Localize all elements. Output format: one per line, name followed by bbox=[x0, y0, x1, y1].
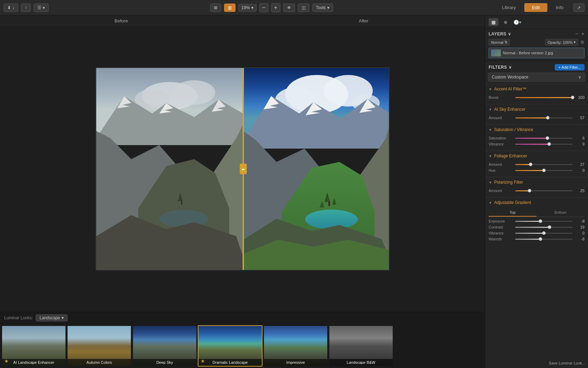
filter-group-header[interactable]: ▼Adjustable Gradient bbox=[485, 198, 588, 207]
look-item[interactable]: AI Landscape Enhancer★ bbox=[1, 325, 66, 367]
opacity-select[interactable]: Opacity: 100% ▾ bbox=[545, 39, 578, 46]
slider-track[interactable] bbox=[515, 239, 573, 240]
tools-button[interactable]: Tools ▾ bbox=[312, 4, 333, 12]
filter-group: ▼Foliage EnhancerAmount27Hue0 bbox=[485, 151, 588, 177]
tab-info[interactable]: Info bbox=[548, 3, 571, 12]
slider-thumb[interactable] bbox=[548, 225, 551, 229]
look-item[interactable]: Deep Sky bbox=[132, 325, 197, 367]
slider-row: Amount25 bbox=[489, 189, 584, 193]
split-divider[interactable]: ◂▸ bbox=[243, 68, 244, 270]
slider-fill bbox=[515, 239, 540, 240]
slider-thumb[interactable] bbox=[528, 189, 531, 192]
slider-track[interactable] bbox=[515, 144, 573, 145]
tools-label: Tools bbox=[316, 5, 326, 10]
slider-thumb[interactable] bbox=[571, 96, 574, 99]
slider-row: Warmth-8 bbox=[489, 237, 584, 241]
slider-label: Vibrance bbox=[489, 231, 513, 235]
tab-library[interactable]: Library bbox=[494, 3, 524, 12]
slider-row: Exposure-8 bbox=[489, 219, 584, 223]
share-button[interactable]: ↗ bbox=[573, 4, 584, 12]
slider-thumb[interactable] bbox=[547, 142, 551, 146]
slider-track[interactable] bbox=[515, 164, 573, 165]
filter-group-name: Saturation / Vibrance bbox=[494, 127, 533, 132]
layers-title-text: LAYERS bbox=[489, 32, 506, 36]
gradient-tab[interactable]: Bottom bbox=[537, 209, 584, 217]
workspace-selector[interactable]: Custom Workspace ∨ bbox=[488, 73, 585, 82]
slider-fill bbox=[515, 233, 544, 234]
layers-actions: − + bbox=[575, 31, 584, 37]
split-view-button[interactable]: ▥ bbox=[224, 4, 236, 12]
slider-track[interactable] bbox=[515, 190, 573, 191]
slider-track[interactable] bbox=[515, 227, 573, 228]
filter-group-header[interactable]: ▼Saturation / Vibrance bbox=[485, 125, 588, 135]
filters-title[interactable]: FILTERS ∨ bbox=[489, 65, 512, 70]
look-item[interactable]: Impressive bbox=[263, 325, 328, 367]
looks-header: Luminar Looks: Landscape ▾ Save Luminar … bbox=[0, 312, 485, 323]
slider-thumb[interactable] bbox=[546, 116, 550, 120]
tab-edit[interactable]: Edit bbox=[524, 3, 547, 12]
zoom-control[interactable]: 19% ▾ bbox=[238, 4, 257, 12]
history-icon-button[interactable]: 🕐 ▾ bbox=[512, 18, 522, 26]
filter-toggle-icon: ▼ bbox=[489, 180, 492, 184]
layer-gear-button[interactable]: ⚙ bbox=[580, 40, 584, 45]
filter-group-header[interactable]: ▼Accent AI Filter™ bbox=[485, 84, 588, 94]
compare-button[interactable]: ◫ bbox=[298, 4, 309, 12]
toolbar-center: ⊞ ▥ 19% ▾ − + 👁 ◫ Tools ▾ bbox=[49, 3, 494, 12]
gradient-tab[interactable]: Top bbox=[489, 209, 537, 217]
nav-tabs: Library Edit Info bbox=[494, 3, 571, 12]
look-label: Landscape B&W bbox=[329, 359, 393, 366]
slider-label: Boost bbox=[489, 95, 513, 100]
list-button[interactable]: ☰ ▾ bbox=[34, 4, 49, 12]
add-filter-button[interactable]: + Add Filter... bbox=[555, 64, 584, 70]
svg-rect-31 bbox=[328, 201, 330, 206]
eye-button[interactable]: 👁 bbox=[283, 4, 295, 12]
panel-top-tabs: ▦ ⊕ 🕐 ▾ bbox=[485, 15, 588, 29]
export-icon: ↑ bbox=[25, 5, 27, 10]
import-label: ↓ bbox=[12, 5, 14, 10]
layout-button[interactable]: ⊞ bbox=[210, 4, 221, 12]
looks-category-chevron-icon: ▾ bbox=[62, 315, 64, 320]
slider-track[interactable] bbox=[515, 138, 573, 139]
slider-thumb[interactable] bbox=[542, 169, 546, 172]
filter-group: ▼Saturation / VibranceSaturation6Vibranc… bbox=[485, 124, 588, 151]
zoom-plus-button[interactable]: + bbox=[271, 3, 280, 12]
slider-track[interactable] bbox=[515, 233, 573, 234]
layers-plus-button[interactable]: + bbox=[581, 31, 584, 37]
filter-group-header[interactable]: ▼Foliage Enhancer bbox=[485, 151, 588, 161]
filter-group-header[interactable]: ▼AI Sky Enhancer bbox=[485, 104, 588, 114]
slider-thumb[interactable] bbox=[542, 231, 546, 235]
look-item[interactable]: Landscape B&W bbox=[329, 325, 393, 367]
slider-track[interactable] bbox=[515, 117, 573, 118]
photo-wrapper: ◂▸ bbox=[96, 67, 390, 271]
layer-name: Normal - Before version 2.jpg bbox=[503, 51, 582, 55]
slider-track[interactable] bbox=[515, 97, 573, 98]
slider-thumb[interactable] bbox=[539, 237, 542, 241]
layer-item[interactable]: Normal - Before version 2.jpg bbox=[489, 48, 584, 58]
zoom-value: 19% bbox=[241, 5, 250, 10]
slider-track[interactable] bbox=[515, 170, 573, 171]
slider-thumb[interactable] bbox=[546, 136, 549, 140]
slider-value: 100 bbox=[575, 95, 584, 100]
layers-minus-button[interactable]: − bbox=[575, 31, 578, 37]
slider-track[interactable] bbox=[515, 221, 573, 222]
slider-thumb[interactable] bbox=[529, 163, 532, 166]
blend-mode-chevron-icon: ⇅ bbox=[504, 40, 507, 45]
divider-handle[interactable]: ◂▸ bbox=[240, 164, 247, 174]
layers-icon-button[interactable]: ⊕ bbox=[500, 18, 510, 26]
slider-label: Amount bbox=[489, 189, 513, 193]
filter-content: Amount25 bbox=[485, 187, 588, 197]
zoom-minus-button[interactable]: − bbox=[259, 3, 268, 12]
look-item[interactable]: Autumn Colors bbox=[67, 325, 132, 367]
slider-fill bbox=[515, 227, 550, 228]
import-button[interactable]: ⬇ ↓ bbox=[4, 4, 18, 12]
filter-group-header[interactable]: ▼Polarizing Filter bbox=[485, 177, 588, 187]
blend-mode-select[interactable]: Normal ⇅ bbox=[489, 39, 510, 46]
histogram-icon-button[interactable]: ▦ bbox=[489, 18, 498, 26]
look-item[interactable]: Dramatic Landscape★ bbox=[198, 325, 262, 367]
slider-fill bbox=[515, 170, 544, 171]
slider-thumb[interactable] bbox=[539, 219, 542, 223]
export-button[interactable]: ↑ bbox=[21, 4, 31, 12]
layers-title[interactable]: LAYERS ∨ bbox=[489, 32, 511, 36]
tools-chevron-icon: ▾ bbox=[327, 5, 329, 10]
looks-category-selector[interactable]: Landscape ▾ bbox=[36, 314, 68, 321]
